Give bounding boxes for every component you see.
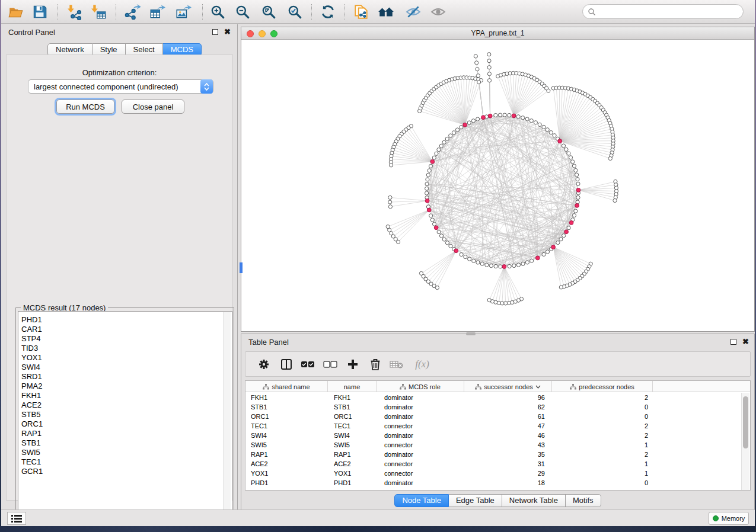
select-all-check-icon[interactable]	[299, 355, 317, 373]
import-network-icon[interactable]	[65, 2, 85, 21]
table-row[interactable]: ACE2ACE2connector311	[245, 459, 750, 469]
table-row[interactable]: STB1STB1dominator620	[245, 402, 750, 412]
table-options-gear-icon[interactable]	[255, 355, 273, 373]
column-attribute-icon	[400, 384, 406, 390]
close-panel-icon[interactable]: ✖	[224, 27, 231, 36]
table-cell: connector	[377, 440, 464, 450]
column-attribute-icon	[263, 384, 269, 390]
zoom-out-icon[interactable]	[232, 2, 253, 21]
network-canvas[interactable]	[241, 40, 754, 331]
apply-function-icon[interactable]: f(x)	[410, 355, 434, 373]
column-header-predecessor-nodes[interactable]: predecessor nodes	[552, 381, 653, 392]
close-table-panel-icon[interactable]: ✖	[742, 337, 749, 346]
mcds-result-item[interactable]: SWI4	[18, 363, 232, 372]
sort-descending-icon	[535, 385, 541, 389]
float-table-panel-icon[interactable]	[731, 339, 736, 345]
search-input[interactable]	[596, 8, 743, 16]
export-image-icon[interactable]	[173, 2, 193, 21]
zoom-in-icon[interactable]	[208, 2, 228, 21]
float-panel-icon[interactable]	[212, 29, 218, 35]
table-scrollbar[interactable]	[741, 393, 749, 491]
mcds-result-item[interactable]: RAP1	[18, 429, 232, 438]
export-table-icon[interactable]	[147, 2, 167, 21]
table-row[interactable]: ORC1ORC1dominator610	[245, 412, 750, 421]
column-header-filler	[653, 381, 750, 392]
deselect-all-icon[interactable]	[321, 355, 339, 373]
mcds-result-item[interactable]: STB1	[18, 438, 232, 448]
mcds-result-item[interactable]: STB5	[18, 410, 232, 419]
refresh-layout-icon[interactable]	[318, 2, 338, 21]
column-header-label: shared name	[272, 383, 310, 390]
table-cell: 2	[552, 421, 653, 431]
open-session-icon[interactable]	[6, 2, 26, 21]
table-cell: connector	[377, 459, 464, 469]
table-panel: Table Panel ✖	[241, 334, 755, 509]
mcds-result-item[interactable]: SRD1	[18, 372, 232, 382]
search-field[interactable]	[582, 4, 744, 19]
column-header-name[interactable]: name	[328, 381, 377, 392]
node-table: shared namenameMCDS rolesuccessor nodesp…	[245, 380, 751, 491]
vertical-splitter-handle[interactable]	[240, 262, 243, 273]
mcds-result-item[interactable]: STP4	[18, 334, 232, 344]
column-header-successor-nodes[interactable]: successor nodes	[464, 381, 552, 392]
mcds-result-item[interactable]: FKH1	[18, 391, 232, 400]
mcds-panel: Optimization criterion: largest connecte…	[6, 55, 233, 501]
table-row[interactable]: SWI5SWI5connector431	[245, 440, 750, 450]
table-cell: 0	[552, 412, 653, 421]
mcds-result-item[interactable]: PMA2	[18, 382, 232, 391]
criterion-dropdown[interactable]: largest connected component (undirected)	[28, 79, 213, 94]
table-row[interactable]: TEC1TEC1connector472	[245, 421, 750, 431]
table-row[interactable]: SWI4SWI4dominator462	[245, 431, 750, 440]
mcds-result-item[interactable]: ORC1	[18, 419, 232, 429]
zoom-selected-icon[interactable]	[285, 2, 305, 21]
memory-button[interactable]: Memory	[709, 512, 749, 525]
close-panel-button[interactable]: Close panel	[122, 100, 184, 114]
mcds-result-list[interactable]: PHD1CAR1STP4TID3YOX1SWI4SRD1PMA2FKH1ACE2…	[18, 311, 232, 525]
toolbar-separator	[58, 4, 58, 20]
add-row-icon[interactable]	[344, 355, 362, 373]
table-row[interactable]: YOX1YOX1connector291	[245, 469, 750, 478]
run-mcds-button[interactable]: Run MCDS	[56, 100, 114, 114]
save-session-icon[interactable]	[30, 2, 50, 21]
status-bar: Memory	[1, 509, 755, 526]
table-row[interactable]: PHD1PHD1dominator180	[245, 478, 750, 488]
export-network-icon[interactable]	[122, 2, 142, 21]
main-toolbar	[1, 0, 755, 24]
hide-selected-icon[interactable]	[403, 2, 423, 21]
tab-network-table[interactable]: Network Table	[502, 494, 566, 507]
table-panel-titlebar: Table Panel ✖	[241, 334, 754, 350]
tab-edge-table[interactable]: Edge Table	[449, 494, 502, 507]
mcds-result-item[interactable]: SWI5	[18, 448, 232, 457]
table-cell: SWI4	[245, 431, 328, 440]
mcds-result-item[interactable]: ACE2	[18, 400, 232, 410]
table-cell: 18	[464, 478, 552, 488]
delete-selected-icon[interactable]	[366, 355, 384, 373]
mcds-result-item[interactable]: PHD1	[18, 315, 232, 325]
tab-node-table[interactable]: Node Table	[394, 494, 449, 507]
table-scrollbar-thumb[interactable]	[743, 396, 748, 448]
show-panel-list-icon[interactable]	[7, 512, 26, 525]
network-view-window: YPA_prune.txt_1	[241, 27, 755, 332]
column-header-shared-name[interactable]: shared name	[245, 381, 328, 392]
mcds-result-item[interactable]: GCR1	[18, 467, 232, 476]
network-window-titlebar[interactable]: YPA_prune.txt_1	[241, 27, 754, 40]
table-panel-title: Table Panel	[248, 338, 289, 347]
tab-motifs[interactable]: Motifs	[566, 494, 601, 507]
mcds-result-item[interactable]: YOX1	[18, 353, 232, 363]
mcds-result-item[interactable]: TEC1	[18, 457, 232, 467]
table-row[interactable]: FKH1FKH1dominator962	[245, 393, 750, 402]
zoom-fit-icon[interactable]	[259, 2, 279, 21]
show-columns-panel-icon[interactable]	[277, 355, 295, 373]
column-header-MCDS-role[interactable]: MCDS role	[377, 381, 464, 392]
destroy-column-icon[interactable]	[388, 355, 406, 373]
mcds-result-item[interactable]: CAR1	[18, 325, 232, 334]
show-all-view-icon[interactable]	[376, 2, 396, 21]
mcds-list-scrollbar[interactable]	[223, 312, 231, 524]
table-row[interactable]: RAP1RAP1dominator352	[245, 450, 750, 459]
mcds-result-item[interactable]: TID3	[18, 344, 232, 353]
clone-network-icon[interactable]	[351, 2, 371, 21]
column-header-label: name	[344, 383, 361, 390]
network-graph	[241, 40, 754, 331]
show-hidden-icon[interactable]	[428, 2, 448, 21]
import-table-icon[interactable]	[89, 2, 109, 21]
